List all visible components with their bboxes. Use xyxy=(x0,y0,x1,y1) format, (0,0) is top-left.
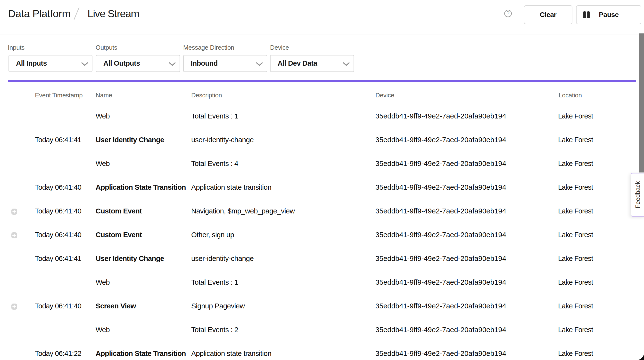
svg-text:?: ? xyxy=(506,10,510,16)
